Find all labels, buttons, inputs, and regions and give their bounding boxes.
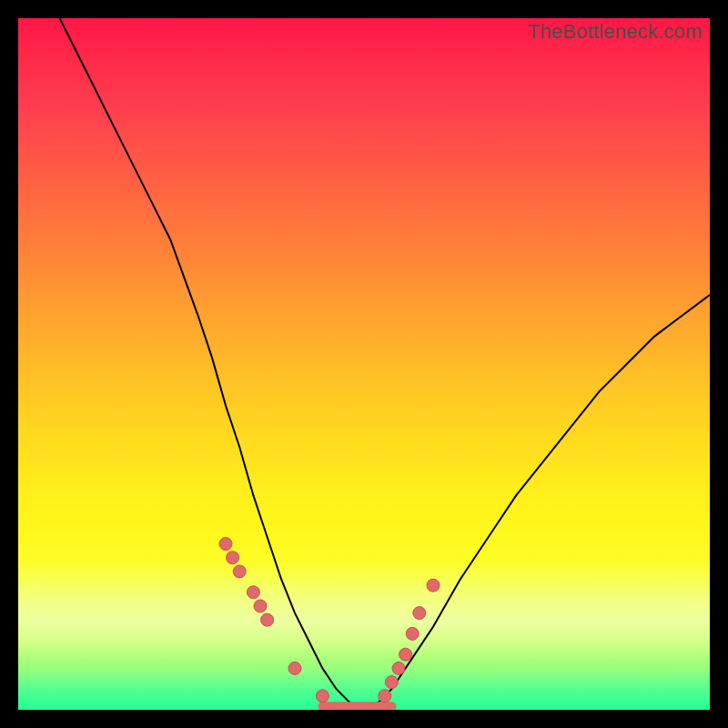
marker-point bbox=[406, 627, 419, 640]
marker-point bbox=[316, 690, 329, 703]
marker-group bbox=[219, 538, 440, 703]
marker-point bbox=[385, 676, 398, 689]
marker-point bbox=[379, 690, 391, 703]
marker-point bbox=[219, 538, 232, 551]
marker-point bbox=[288, 662, 301, 674]
bottleneck-curve-path bbox=[60, 18, 710, 710]
watermark-text: TheBottleneck.com bbox=[528, 20, 703, 44]
chart-frame: TheBottleneck.com bbox=[0, 0, 728, 728]
plot-area: TheBottleneck.com bbox=[18, 18, 710, 710]
bottleneck-chart-svg bbox=[18, 18, 710, 710]
marker-point bbox=[261, 613, 274, 626]
marker-point bbox=[233, 565, 246, 578]
marker-point bbox=[427, 579, 440, 592]
haze-band bbox=[18, 561, 710, 661]
marker-point bbox=[399, 648, 412, 661]
marker-point bbox=[254, 600, 267, 612]
marker-point bbox=[247, 586, 259, 599]
marker-point bbox=[227, 551, 239, 564]
marker-point bbox=[413, 607, 426, 620]
marker-point bbox=[392, 662, 405, 674]
